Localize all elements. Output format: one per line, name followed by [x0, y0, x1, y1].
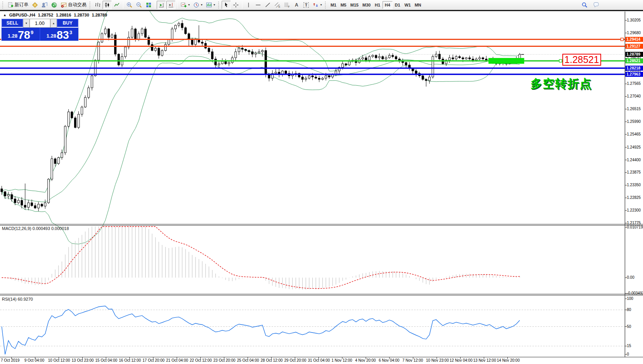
chart-line-button[interactable] — [112, 1, 121, 9]
indicators-button[interactable]: ▾ — [179, 1, 191, 9]
chart-shift-icon — [168, 2, 174, 8]
sell-price[interactable]: 1.28 78 9 — [2, 28, 40, 41]
fibonacci-icon: F — [284, 2, 290, 8]
signals-button[interactable] — [50, 1, 59, 9]
collapse-panel-toggle[interactable]: ▲ — [3, 13, 7, 17]
sell-button[interactable]: SELL — [2, 19, 23, 28]
signal-icon — [51, 2, 57, 8]
time-tick-label: 28 Oct 12:00 — [261, 358, 283, 362]
new-order-icon — [7, 2, 13, 8]
buy-price-point: 3 — [70, 30, 72, 35]
template-icon — [206, 2, 212, 8]
dropdown-caret[interactable]: ▾ — [214, 3, 215, 7]
time-tick-label: 22 Oct 12:00 — [190, 358, 212, 362]
new-order-button[interactable]: 新订单 — [6, 1, 30, 9]
dropdown-caret[interactable]: ▾ — [188, 3, 190, 7]
toolbar-grip[interactable] — [325, 2, 327, 8]
price-tick-label: 1.27040 — [627, 94, 641, 98]
cursor-icon — [223, 2, 229, 8]
price-tick-label: 1.22825 — [627, 195, 641, 200]
trendline-button[interactable] — [263, 1, 272, 9]
search-button[interactable] — [580, 1, 589, 9]
arrows-button[interactable]: ▾ — [311, 1, 323, 9]
time-tick-label: 12 Nov 04:00 — [450, 358, 473, 362]
tile-windows-icon — [146, 2, 152, 8]
dropdown-caret[interactable]: ▾ — [320, 3, 322, 7]
timeframe-button-M5[interactable]: M5 — [338, 1, 348, 9]
volume-input[interactable]: 1.00 — [30, 19, 50, 28]
timeframe-button-W1[interactable]: W1 — [403, 1, 413, 9]
price-tick-label: 1.26515 — [627, 107, 641, 111]
chart-plot-area[interactable] — [0, 11, 625, 357]
turning-point-annotation[interactable]: 多空转折点 — [530, 76, 592, 92]
cursor-button[interactable] — [222, 1, 231, 9]
time-tick-label: 10 Nov 23:00 — [426, 358, 449, 362]
price-tick-label: 1.29680 — [627, 31, 641, 35]
toolbar-grip[interactable] — [89, 2, 91, 8]
new-order-label: 新订单 — [15, 2, 28, 8]
autotrading-button[interactable]: 自动交易 — [59, 1, 88, 9]
horizontal-line-button[interactable] — [254, 1, 263, 9]
buy-price-pips: 83 — [56, 30, 69, 40]
zoom-out-icon — [136, 2, 142, 8]
clock-icon — [193, 2, 199, 8]
toolbar-grip[interactable] — [2, 2, 4, 8]
crosshair-button[interactable] — [231, 1, 240, 9]
timeframe-button-H4[interactable]: H4 — [383, 1, 393, 9]
timeframe-button-H1[interactable]: H1 — [373, 1, 383, 9]
chat-button[interactable] — [592, 1, 601, 9]
dropdown-caret[interactable]: ▾ — [201, 3, 202, 7]
autotrading-icon — [61, 2, 67, 8]
text-tool-icon: A — [295, 2, 298, 8]
periods-button[interactable]: ▾ — [192, 1, 204, 9]
time-tick-label: 29 Oct 20:00 — [284, 358, 306, 362]
close-value: 1.28789 — [92, 13, 107, 17]
text-tool-button[interactable]: A — [292, 1, 301, 9]
timeframe-button-D1[interactable]: D1 — [393, 1, 403, 9]
profiles-button[interactable] — [40, 1, 49, 9]
macd-tick-label: 0.010719 — [627, 225, 643, 229]
volume-increase-button[interactable]: ▲ — [50, 19, 57, 28]
timeframe-button-M30[interactable]: M30 — [360, 1, 372, 9]
symbol-period-label: GBPUSD-,H4 — [9, 13, 35, 17]
fibonacci-button[interactable]: F — [282, 1, 292, 9]
chart-shift-button[interactable] — [166, 1, 176, 9]
horizontal-line-icon — [255, 2, 261, 8]
timeframe-button-M1[interactable]: M1 — [328, 1, 338, 9]
gold-badge-icon — [32, 2, 38, 8]
macd-tick-label: -0.003492 — [627, 291, 643, 295]
price-tick-label: 1.25990 — [627, 119, 641, 124]
price-callout-object[interactable]: 1.28521 — [562, 54, 601, 66]
tile-windows-button[interactable] — [144, 1, 153, 9]
toolbar-grip[interactable] — [218, 2, 220, 8]
svg-text:F: F — [288, 5, 290, 8]
text-label-button[interactable]: T — [302, 1, 311, 9]
chart-candles-button[interactable] — [103, 1, 112, 9]
volume-decrease-button[interactable]: ▼ — [23, 19, 30, 28]
buy-price[interactable]: 1.28 83 3 — [40, 28, 78, 41]
price-tick-label: 1.23875 — [627, 170, 641, 174]
time-tick-label: 25 Oct 04:00 — [237, 358, 259, 362]
buy-button[interactable]: BUY — [57, 19, 78, 28]
metaeditor-button[interactable] — [30, 1, 40, 9]
sell-price-pips: 78 — [18, 30, 30, 40]
vertical-line-button[interactable] — [244, 1, 253, 9]
price-tick-label: 1.27565 — [627, 81, 641, 86]
chat-icon — [593, 2, 599, 8]
time-tick-label: 9 Oct 04:00 — [25, 358, 45, 362]
rsi-tick-label: 100 — [627, 296, 633, 301]
autoscroll-button[interactable] — [157, 1, 166, 9]
open-value: 1.28752 — [38, 13, 53, 17]
price-tick-label: 1.25465 — [627, 132, 641, 136]
mt4-window: 新订单 自动交易 — [0, 0, 643, 364]
chart-bars-button[interactable] — [93, 1, 102, 9]
autoscroll-icon — [158, 2, 164, 8]
timeframe-button-MN[interactable]: MN — [413, 1, 423, 9]
timeframe-button-M15[interactable]: M15 — [348, 1, 360, 9]
time-tick-label: 6 Nov 04:00 — [379, 358, 399, 362]
zoom-out-button[interactable] — [134, 1, 144, 9]
zoom-in-button[interactable] — [125, 1, 134, 9]
rsi-tick-label: 0 — [627, 352, 629, 356]
templates-button[interactable]: ▾ — [204, 1, 217, 9]
equidistant-channel-button[interactable]: E — [273, 1, 282, 9]
